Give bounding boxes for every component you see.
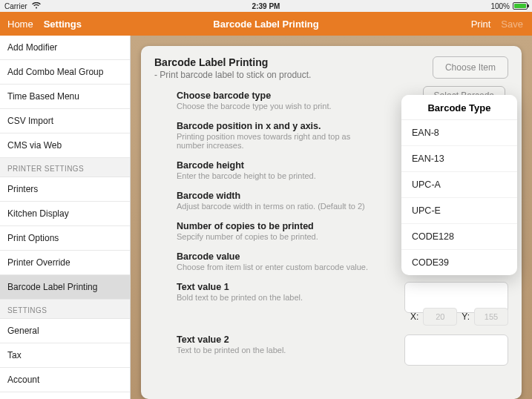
field-t1-desc: Bold text to be printed on the label. <box>177 293 370 302</box>
nav-settings[interactable]: Settings <box>44 19 82 30</box>
field-value-desc: Choose from item list or enter custom ba… <box>177 263 370 271</box>
sidebar-item-cms-web[interactable]: CMS via Web <box>0 133 130 158</box>
choose-item-button[interactable]: Choose Item <box>433 56 508 79</box>
sidebar-item-account-type[interactable]: Account Type <box>0 392 130 399</box>
sidebar-item-print-options[interactable]: Print Options <box>0 226 130 251</box>
sidebar-item-general[interactable]: General <box>0 319 130 343</box>
sidebar-item-printer-override[interactable]: Printer Override <box>0 251 130 275</box>
t1-x-label: X: <box>410 311 418 322</box>
battery-percent: 100% <box>490 2 510 10</box>
panel-title: Barcode Label Printing <box>154 56 311 68</box>
carrier-label: Carrier <box>4 2 27 10</box>
nav-home[interactable]: Home <box>7 19 33 30</box>
popover-item-ean8[interactable]: EAN-8 <box>401 120 517 146</box>
field-type-desc: Choose the barcode type you wish to prin… <box>177 102 370 111</box>
field-height-desc: Enter the barcode height to be printed. <box>177 171 370 180</box>
popover-item-code128[interactable]: CODE128 <box>401 224 517 250</box>
popover-title: Barcode Type <box>401 95 517 120</box>
sidebar-item-kitchen-display[interactable]: Kitchen Display <box>0 202 130 226</box>
panel-subtitle: - Print barcode label to stick on produc… <box>154 70 311 80</box>
sidebar: Add Modifier Add Combo Meal Group Time B… <box>0 36 131 399</box>
battery-icon <box>513 2 528 10</box>
page-title: Barcode Label Printing <box>213 19 318 30</box>
status-bar: Carrier 2:39 PM 100% <box>0 0 532 12</box>
popover-item-code39[interactable]: CODE39 <box>401 250 517 275</box>
t1-y-input[interactable] <box>474 308 508 326</box>
t1-x-input[interactable] <box>423 308 457 326</box>
sidebar-item-time-menu[interactable]: Time Based Menu <box>0 85 130 109</box>
popover-item-upca[interactable]: UPC-A <box>401 172 517 198</box>
sidebar-item-csv-import[interactable]: CSV Import <box>0 109 130 133</box>
sidebar-item-barcode-label[interactable]: Barcode Label Printing <box>0 275 130 300</box>
sidebar-item-tax[interactable]: Tax <box>0 343 130 368</box>
sidebar-section-settings: SETTINGS <box>0 300 130 319</box>
popover-item-upce[interactable]: UPC-E <box>401 198 517 224</box>
nav-save[interactable]: Save <box>501 19 523 30</box>
sidebar-section-printer: PRINTER SETTINGS <box>0 158 130 177</box>
t1-y-label: Y: <box>462 311 470 322</box>
wifi-icon <box>32 1 41 10</box>
sidebar-item-printers[interactable]: Printers <box>0 177 130 202</box>
sidebar-item-add-modifier[interactable]: Add Modifier <box>0 36 130 60</box>
nav-bar: Home Settings Barcode Label Printing Pri… <box>0 12 532 36</box>
clock: 2:39 PM <box>252 2 280 10</box>
barcode-type-popover: Barcode Type EAN-8 EAN-13 UPC-A UPC-E CO… <box>401 95 517 275</box>
popover-item-ean13[interactable]: EAN-13 <box>401 146 517 172</box>
field-t2-desc: Text to be printed on the label. <box>177 346 370 355</box>
sidebar-item-account[interactable]: Account <box>0 368 130 392</box>
nav-print[interactable]: Print <box>471 19 491 30</box>
field-width-desc: Adjust barcode width in terms on ratio. … <box>177 202 370 211</box>
sidebar-item-add-combo[interactable]: Add Combo Meal Group <box>0 60 130 85</box>
field-pos-desc: Printing position moves towards right an… <box>177 132 370 150</box>
text2-input[interactable] <box>404 334 508 366</box>
field-copies-desc: Sepcify number of copies to be printed. <box>177 232 370 241</box>
